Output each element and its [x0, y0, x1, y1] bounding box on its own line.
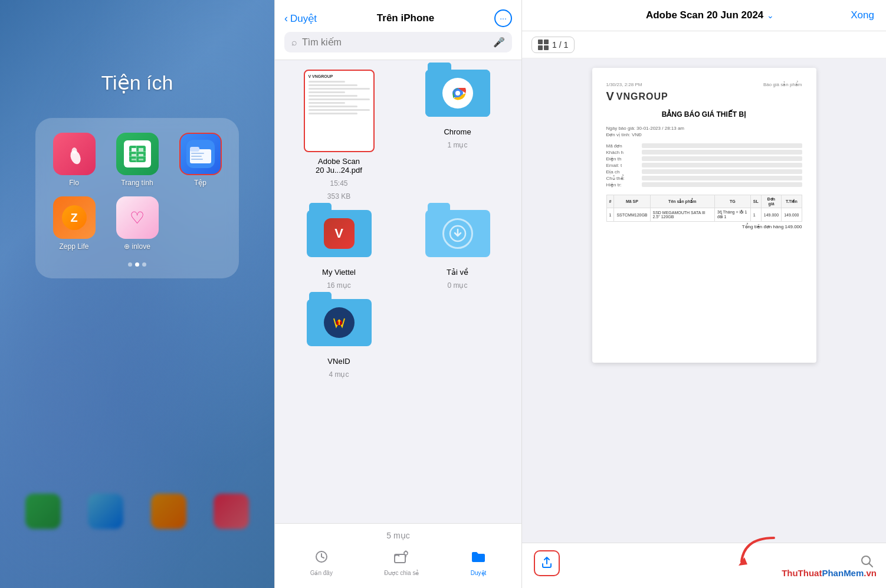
tab-bar: Gần đây Được chia sẻ — [284, 550, 512, 576]
app-item-trang-tinh[interactable]: Trang tính — [110, 133, 164, 187]
tab-recent[interactable]: Gần đây — [310, 550, 333, 576]
table-row: 1 SSTCMM120GB SSD MEGAMOUTH SATA III 2.5… — [606, 208, 802, 222]
files-content: V VNGROUP Adobe Scan — [275, 60, 521, 523]
app-icon-zepp: Z — [53, 196, 96, 239]
search-input[interactable] — [302, 37, 488, 48]
svg-rect-5 — [139, 154, 143, 156]
watermark-text3: .vn — [864, 568, 877, 578]
mic-icon: 🎤 — [493, 37, 505, 48]
vneid-name: VNeID — [327, 357, 350, 366]
watermark: ThuThuatPhanMem.vn — [782, 568, 877, 579]
done-button[interactable]: Xong — [851, 9, 874, 21]
dot-3 — [142, 262, 146, 267]
back-button[interactable]: ‹ Duyệt — [284, 12, 317, 25]
folder-dots — [47, 262, 227, 267]
file-item-viettel[interactable]: V My Viettel 16 mục — [284, 210, 393, 290]
zepp-logo: Z — [62, 205, 87, 230]
pdf-meta-time: 15:45 — [330, 179, 347, 188]
share-folder-icon — [394, 550, 409, 567]
pdf-date: Ngày báo giá: 30-01-2023 / 28:13 am — [606, 126, 802, 131]
svg-rect-16 — [191, 156, 202, 157]
chevron-down-icon[interactable]: ⌄ — [767, 11, 774, 20]
svg-rect-14 — [190, 147, 199, 152]
pdf-product-table: # Mã SP Tên sản phẩm TG SL Đơn giá T.Tiề… — [606, 195, 802, 222]
clock-icon — [314, 550, 329, 567]
page-badge: 1 / 1 — [531, 37, 575, 53]
nav-row: ‹ Duyệt Trên iPhone ··· — [284, 9, 512, 27]
app-item-zepp[interactable]: Z Zepp Life — [47, 196, 101, 251]
app-label-flo: Flo — [69, 179, 79, 187]
app-label-tep: Tệp — [194, 179, 206, 187]
heart-icon: ♡ — [130, 208, 145, 228]
app-item-tep[interactable]: Tệp — [173, 133, 227, 187]
file-item-chrome[interactable]: Chrome 1 mục — [403, 70, 512, 201]
file-item-vneid[interactable]: VNeID 4 mục — [284, 299, 393, 379]
pdf-page-header: 1/30/23, 2:28 PM Báo giá sản phẩm — [606, 82, 802, 87]
v-letter-icon: V — [606, 90, 614, 103]
viettel-meta: 16 mục — [327, 281, 351, 290]
pdf-meta-table: Mã đơn Khách h Điện th Email: t Địa ch C… — [606, 143, 802, 188]
files-grid: V VNGROUP Adobe Scan — [284, 70, 512, 379]
share-button[interactable] — [534, 550, 560, 576]
app-label-trang-tinh: Trang tính — [121, 179, 153, 187]
tab-recent-label: Gần đây — [310, 570, 333, 576]
table-col-code: Mã SP — [614, 195, 650, 208]
table-col-name: Tên sản phẩm — [650, 195, 714, 208]
files-footer: 5 mục Gần đây — [275, 523, 521, 588]
file-item-taikhoan[interactable]: Tải về 0 mục — [403, 210, 512, 290]
grid-icon — [538, 40, 549, 50]
pdf-viewer: 1/30/23, 2:28 PM Báo giá sản phẩm V VNGR… — [522, 58, 886, 543]
vneid-logo — [324, 307, 355, 338]
tab-shared[interactable]: Được chia sẻ — [384, 550, 419, 576]
viettel-logo: V — [324, 218, 355, 249]
more-button[interactable]: ··· — [494, 9, 512, 27]
bg-app-icons — [0, 494, 274, 529]
svg-line-30 — [869, 564, 873, 567]
table-col-price: Đơn giá — [761, 195, 781, 208]
svg-rect-7 — [139, 159, 143, 160]
pdf-doc-type: Báo giá sản phẩm — [763, 82, 802, 87]
app-item-flo[interactable]: Flo — [47, 133, 101, 187]
app-icon-flo — [53, 133, 96, 175]
chrome-meta: 1 mục — [447, 141, 467, 149]
file-item-pdf[interactable]: V VNGROUP Adobe Scan — [284, 70, 393, 201]
tab-browse[interactable]: Duyệt — [471, 550, 487, 576]
svg-point-21 — [455, 91, 460, 96]
watermark-text: ThuThuat — [782, 568, 822, 578]
app-item-inlove[interactable]: ♡ ⊕ inlove — [110, 196, 164, 251]
pdf-thumbnail: V VNGROUP — [304, 70, 375, 152]
company-name: VNGROUP — [616, 91, 668, 102]
pdf-meta-size: 353 KB — [327, 192, 350, 201]
svg-rect-3 — [139, 148, 143, 152]
doc-title: Adobe Scan 20 Jun 2024 — [646, 9, 763, 21]
nav-title: Trên iPhone — [377, 12, 434, 24]
pdf-header: Adobe Scan 20 Jun 2024 ⌄ Xong — [522, 0, 886, 31]
pdf-main-title: BẢNG BÁO GIÁ THIẾT BỊ — [606, 110, 802, 119]
watermark-text2: PhanMem — [822, 568, 864, 578]
svg-rect-15 — [191, 153, 204, 154]
page-indicator-bar: 1 / 1 — [522, 31, 886, 58]
screen-title: Tiện ích — [0, 71, 274, 94]
search-bar: ⌕ 🎤 — [284, 32, 512, 52]
share-icon — [540, 556, 553, 571]
app-label-inlove: ⊕ inlove — [124, 242, 150, 251]
pdf-timestamp: 1/30/23, 2:28 PM — [606, 82, 642, 87]
home-screen: Tiện ích Flo — [0, 0, 274, 588]
back-label: Duyệt — [290, 12, 317, 25]
item-count: 5 mục — [284, 531, 512, 540]
tab-browse-label: Duyệt — [471, 570, 487, 576]
pdf-name: Adobe Scan20 Ju...24.pdf — [316, 157, 362, 175]
dot-1 — [128, 262, 132, 267]
pdf-footer: ThuThuatPhanMem.vn — [522, 543, 886, 588]
app-folder: Flo — [35, 118, 239, 278]
table-col-period: TG — [714, 195, 750, 208]
dot-2 — [135, 262, 139, 267]
app-icon-inlove: ♡ — [116, 196, 159, 239]
taikhoan-meta: 0 mục — [447, 281, 467, 290]
files-panel: ‹ Duyệt Trên iPhone ··· ⌕ 🎤 V VNGROUP — [274, 0, 522, 588]
viettel-name: My Viettel — [322, 268, 356, 277]
pdf-page: 1/30/23, 2:28 PM Báo giá sản phẩm V VNGR… — [592, 68, 816, 363]
total-value: 149.000 — [785, 224, 802, 229]
pdf-total-row: Tổng tiền đơn hàng 149.000 — [606, 224, 802, 229]
chevron-left-icon: ‹ — [284, 12, 288, 25]
